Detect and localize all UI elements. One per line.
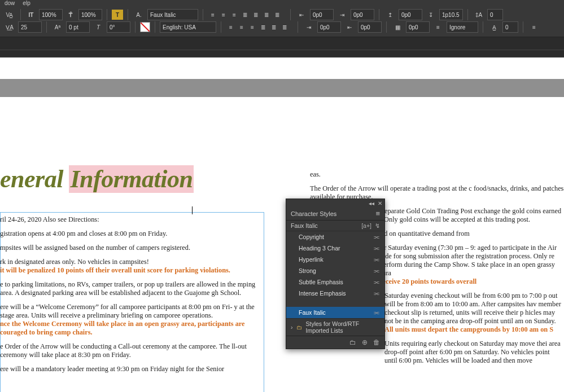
separator	[379, 9, 379, 20]
body-paragraph: gistration opens at 4:00 pm and closes a…	[0, 230, 263, 238]
indent-left-field[interactable]: 0p0	[310, 9, 334, 20]
menu-item[interactable]: dow	[5, 0, 15, 6]
warning-text: nce the Welcome Ceremony will take place…	[0, 320, 245, 336]
separator	[107, 9, 107, 20]
new-group-icon[interactable]: 🗀	[349, 338, 356, 346]
separator	[135, 21, 135, 33]
dropcap-lines-icon: ‡A	[473, 9, 485, 20]
style-item[interactable]: Copyright⫘	[286, 231, 384, 243]
indent-right-icon: ⇥	[336, 9, 348, 20]
link-icon: ⫘	[373, 233, 380, 241]
row-body: Units requiring early checkout on Saturd…	[384, 340, 564, 365]
space-after-field[interactable]: 1p10.5	[439, 9, 463, 20]
style-item[interactable]: Heading 3 Char⫘	[286, 243, 384, 254]
separator	[20, 9, 21, 20]
justify-right-icon[interactable]: ≣	[261, 10, 272, 20]
justify-all-icon[interactable]: ≣	[272, 10, 282, 20]
separator	[221, 21, 221, 33]
space-after-icon: ↧	[425, 9, 437, 20]
last-indent-field[interactable]: 0p0	[358, 21, 382, 33]
horizontal-ruler[interactable]	[0, 50, 564, 58]
dropcap-lines-field[interactable]: 0	[487, 9, 503, 20]
separator	[46, 21, 47, 33]
vscale-field[interactable]: 100%	[78, 9, 102, 20]
style-item-selected[interactable]: Faux Italic⫘	[286, 307, 384, 318]
control-row-2: V͟A 25 Aª 0 pt T 0° English: USA ≡ ≡ ≡ ≣…	[3, 21, 561, 33]
panel-titlebar[interactable]: ◂◂ ✕	[286, 199, 384, 207]
space-before-field[interactable]: 0p0	[399, 9, 422, 20]
stroke-none-swatch[interactable]	[140, 22, 150, 32]
panel-menu-icon[interactable]: ≡	[375, 209, 380, 218]
control-bar: VA̲ IT 100% T̂ 100% T A. Faux Italic ≡ ≡…	[0, 6, 564, 37]
split-columns-icon[interactable]: ≣	[279, 22, 290, 32]
style-item-blank	[286, 299, 384, 307]
valign-bottom-icon[interactable]: ≡	[247, 22, 257, 32]
hscale-field[interactable]: 100%	[39, 9, 63, 20]
warning-text: it will be penalized 10 points off their…	[0, 266, 230, 274]
first-indent-icon: ⇥	[303, 21, 315, 33]
style-item[interactable]: Strong⫘	[286, 265, 384, 276]
font-style-label-icon: A.	[133, 9, 145, 20]
separator	[467, 9, 468, 20]
folder-label: Styles for Word/RTF Imported Lists	[306, 320, 381, 334]
body-column-left[interactable]: ril 24-26, 2020 Also see Directions: gis…	[0, 215, 263, 379]
hscale-icon: IT	[25, 10, 37, 20]
new-style-icon[interactable]: ⊕	[362, 338, 368, 346]
grid-field[interactable]: 0p0	[406, 21, 430, 33]
justify-left-icon[interactable]: ≣	[240, 10, 250, 20]
heading-part-b-selected: Information	[69, 165, 194, 193]
align-right-icon[interactable]: ≡	[229, 10, 239, 20]
menu-item[interactable]: elp	[23, 0, 30, 6]
close-icon[interactable]: ✕	[378, 200, 382, 206]
valign-justify-icon[interactable]: ≣	[258, 22, 268, 32]
kerning-icon[interactable]: VA̲	[3, 9, 16, 20]
language-field[interactable]: English: USA	[160, 21, 216, 33]
text-cursor-icon	[192, 206, 193, 214]
separator	[155, 21, 155, 33]
options-icon[interactable]: ≡	[528, 21, 540, 33]
hyphen-icon: ≡	[432, 21, 444, 33]
body-paragraph: eas.	[310, 170, 564, 179]
collapse-icon[interactable]: ◂◂	[369, 200, 374, 206]
link-icon: ⫘	[373, 244, 380, 252]
fill-swatch[interactable]: T	[112, 10, 123, 20]
align-left-icon[interactable]: ≡	[208, 10, 218, 20]
space-before-icon: ↥	[384, 9, 396, 20]
chevron-right-icon: ›	[291, 324, 293, 331]
tracking-field[interactable]: 25	[18, 21, 42, 33]
justify-center-icon[interactable]: ≣	[251, 10, 261, 20]
page-title[interactable]: eneral Information	[0, 165, 194, 193]
app-menubar[interactable]: dow elp	[0, 0, 564, 6]
style-item[interactable]: Intense Emphasis⫘	[286, 288, 384, 299]
current-style-row[interactable]: Faux Italic [a+] ↯	[286, 221, 384, 231]
body-paragraph: ril 24-26, 2020 Also see Directions:	[0, 215, 263, 224]
font-style-field[interactable]: Faux Italic	[147, 9, 198, 20]
link-icon: ⫘	[373, 256, 380, 263]
indent-right-field[interactable]: 0p0	[351, 9, 374, 20]
dropcap-chars-icon: A̲	[488, 21, 500, 33]
panel-tab[interactable]: Character Styles ≡	[286, 207, 384, 221]
clear-overrides-icon[interactable]: [a+]	[361, 222, 371, 229]
baseline-field[interactable]: 0 pt	[66, 21, 90, 33]
hyphen-field[interactable]: Ignore	[447, 21, 478, 33]
dropcap-chars-field[interactable]: 0	[502, 21, 518, 33]
style-list[interactable]: Copyright⫘ Heading 3 Char⫘ Hyperlink⫘ St…	[286, 231, 384, 318]
character-styles-panel[interactable]: ◂◂ ✕ Character Styles ≡ Faux Italic [a+]…	[286, 199, 385, 349]
document-canvas[interactable]: eneral Information ril 24-26, 2020 Also …	[0, 58, 564, 392]
delete-style-icon[interactable]: 🗑	[373, 338, 380, 346]
spacer-strip	[0, 37, 564, 50]
style-folder-row[interactable]: › 🗀 Styles for Word/RTF Imported Lists	[286, 318, 384, 336]
style-item[interactable]: Subtle Emphasis⫘	[286, 276, 384, 288]
valign-top-icon[interactable]: ≡	[226, 22, 236, 32]
last-indent-icon: ⇤	[343, 21, 356, 33]
first-indent-field[interactable]: 0p0	[317, 21, 341, 33]
skew-field[interactable]: 0°	[107, 21, 130, 33]
new-style-inline-icon[interactable]: ↯	[375, 222, 380, 229]
separator	[523, 21, 523, 33]
valign-center-icon[interactable]: ≡	[237, 22, 247, 32]
span-columns-icon[interactable]: ≣	[269, 22, 279, 32]
align-center-icon[interactable]: ≡	[218, 10, 229, 20]
current-style-label: Faux Italic	[291, 222, 318, 229]
style-item[interactable]: Hyperlink⫘	[286, 254, 384, 265]
link-icon: ⫘	[373, 278, 380, 286]
